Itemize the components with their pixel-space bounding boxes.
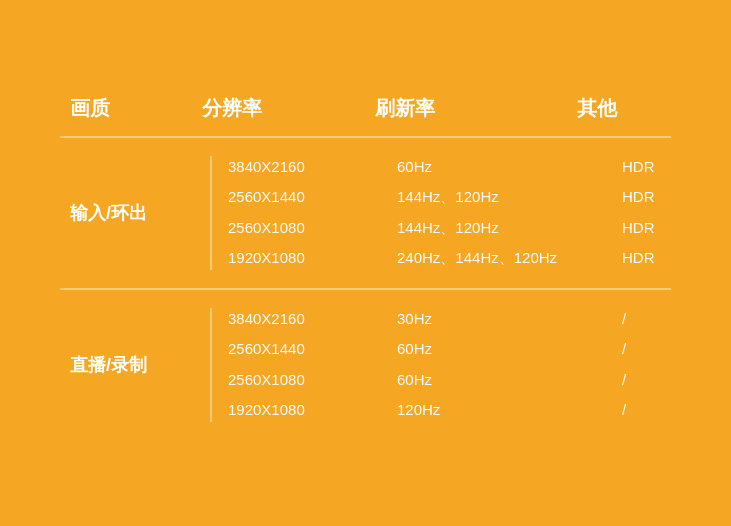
section-live-record: 直播/录制 3840X2160 2560X1440 2560X1080 1920… (40, 290, 691, 440)
quality-label-live-record: 直播/录制 (40, 308, 210, 422)
live-other-row-2: / (622, 369, 626, 392)
live-other-row-3: / (622, 399, 626, 422)
main-container: 画质 分辨率 刷新率 其他 输入/环出 3840X2160 2560X1440 … (20, 67, 711, 460)
ref-row-1: 144Hz、120Hz (397, 186, 612, 209)
other-col-live: / / / / (612, 308, 691, 422)
live-ref-row-3: 120Hz (397, 399, 612, 422)
ref-row-2: 144Hz、120Hz (397, 217, 612, 240)
resolution-col-live: 3840X2160 2560X1440 2560X1080 1920X1080 (212, 308, 397, 422)
res-row-1: 2560X1440 (228, 186, 397, 209)
live-res-row-0: 3840X2160 (228, 308, 397, 331)
ref-row-0: 60Hz (397, 156, 612, 179)
other-row-3: HDR (622, 247, 655, 270)
header-resolution: 分辨率 (202, 95, 376, 122)
live-res-row-1: 2560X1440 (228, 338, 397, 361)
live-res-row-2: 2560X1080 (228, 369, 397, 392)
live-ref-row-2: 60Hz (397, 369, 612, 392)
other-row-0: HDR (622, 156, 655, 179)
header-quality: 画质 (40, 95, 202, 122)
res-row-2: 2560X1080 (228, 217, 397, 240)
other-row-2: HDR (622, 217, 655, 240)
ref-row-3: 240Hz、144Hz、120Hz (397, 247, 612, 270)
content-live-record: 3840X2160 2560X1440 2560X1080 1920X1080 … (210, 308, 691, 422)
header-other: 其他 (577, 95, 691, 122)
table-header: 画质 分辨率 刷新率 其他 (40, 77, 691, 136)
live-other-row-1: / (622, 338, 626, 361)
live-other-row-0: / (622, 308, 626, 331)
resolution-col-input: 3840X2160 2560X1440 2560X1080 1920X1080 (212, 156, 397, 270)
refresh-col-input: 60Hz 144Hz、120Hz 144Hz、120Hz 240Hz、144Hz… (397, 156, 612, 270)
header-refresh: 刷新率 (375, 95, 577, 122)
table-outer: 画质 分辨率 刷新率 其他 输入/环出 3840X2160 2560X1440 … (20, 67, 711, 460)
res-row-3: 1920X1080 (228, 247, 397, 270)
res-row-0: 3840X2160 (228, 156, 397, 179)
content-input-output: 3840X2160 2560X1440 2560X1080 1920X1080 … (210, 156, 691, 270)
quality-label-input-output: 输入/环出 (40, 156, 210, 270)
other-col-input: HDR HDR HDR HDR (612, 156, 691, 270)
live-res-row-3: 1920X1080 (228, 399, 397, 422)
live-ref-row-1: 60Hz (397, 338, 612, 361)
section-input-output: 输入/环出 3840X2160 2560X1440 2560X1080 1920… (40, 138, 691, 288)
refresh-col-live: 30Hz 60Hz 60Hz 120Hz (397, 308, 612, 422)
live-ref-row-0: 30Hz (397, 308, 612, 331)
other-row-1: HDR (622, 186, 655, 209)
